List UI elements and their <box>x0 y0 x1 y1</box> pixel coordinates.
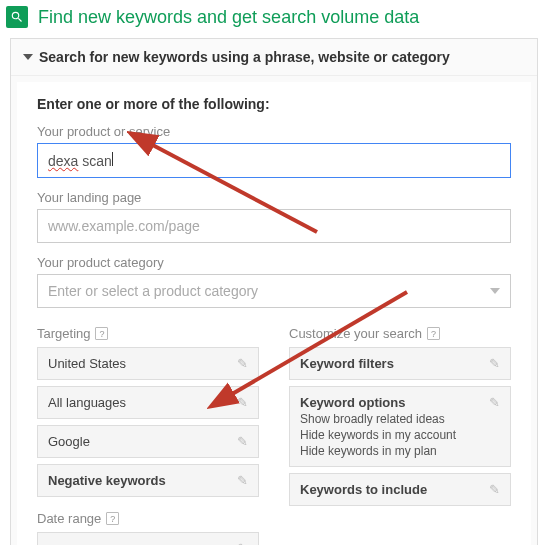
pencil-icon: ✎ <box>237 395 248 410</box>
chevron-down-icon <box>490 288 500 294</box>
daterange-label: Date range <box>37 511 101 526</box>
category-select[interactable]: Enter or select a product category <box>37 274 511 308</box>
pencil-icon: ✎ <box>237 473 248 488</box>
targeting-language[interactable]: All languages ✎ <box>37 386 259 419</box>
panel-toggle[interactable]: Search for new keywords using a phrase, … <box>11 39 537 76</box>
targeting-negative[interactable]: Negative keywords ✎ <box>37 464 259 497</box>
pencil-icon: ✎ <box>237 434 248 449</box>
keywords-include[interactable]: Keywords to include ✎ <box>289 473 511 506</box>
pencil-icon: ✎ <box>489 356 500 371</box>
help-icon[interactable]: ? <box>106 512 119 525</box>
targeting-label: Targeting <box>37 326 90 341</box>
keyword-panel: Search for new keywords using a phrase, … <box>10 38 538 545</box>
intro-text: Enter one or more of the following: <box>37 96 511 112</box>
help-icon[interactable]: ? <box>95 327 108 340</box>
pencil-icon: ✎ <box>237 356 248 371</box>
targeting-network[interactable]: Google ✎ <box>37 425 259 458</box>
pencil-icon: ✎ <box>489 395 500 410</box>
pencil-icon: ✎ <box>237 541 248 545</box>
landing-input[interactable] <box>37 209 511 243</box>
search-icon <box>6 6 28 28</box>
page-title: Find new keywords and get search volume … <box>38 7 419 28</box>
category-label: Your product category <box>37 255 511 270</box>
help-icon[interactable]: ? <box>427 327 440 340</box>
keyword-filters[interactable]: Keyword filters ✎ <box>289 347 511 380</box>
customize-label: Customize your search <box>289 326 422 341</box>
panel-heading: Search for new keywords using a phrase, … <box>39 49 450 65</box>
category-placeholder: Enter or select a product category <box>48 283 258 299</box>
landing-label: Your landing page <box>37 190 511 205</box>
daterange-chip[interactable]: ✎ <box>37 532 259 545</box>
targeting-location[interactable]: United States ✎ <box>37 347 259 380</box>
collapse-icon <box>23 54 33 60</box>
keyword-options[interactable]: Keyword options Show broadly related ide… <box>289 386 511 467</box>
product-label: Your product or service <box>37 124 511 139</box>
pencil-icon: ✎ <box>489 482 500 497</box>
product-input[interactable]: dexa scan <box>37 143 511 178</box>
